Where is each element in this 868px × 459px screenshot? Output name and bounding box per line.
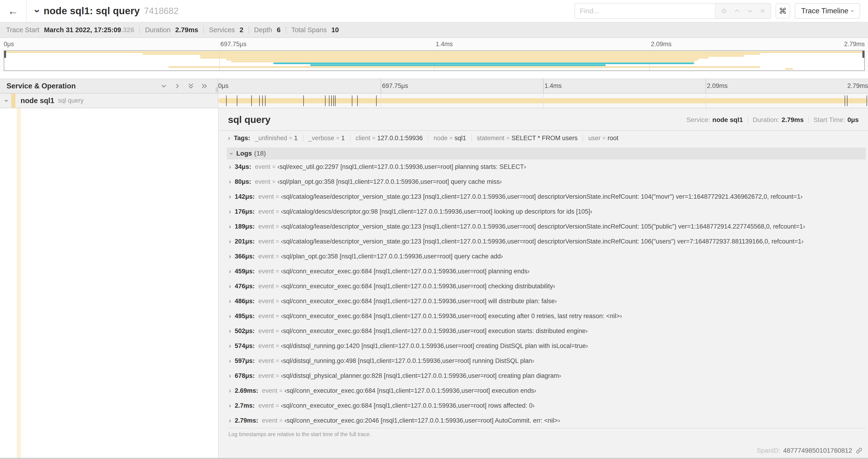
log-row[interactable]: ›189μs:event=‹sql/catalog/lease/descript… (227, 219, 866, 234)
log-timestamp: 459μs: (235, 268, 255, 275)
log-marker-tick (325, 95, 326, 106)
log-row[interactable]: ›502μs:event=‹sql/conn_executor_exec.go:… (227, 324, 866, 338)
span-operation-name: sql query (58, 97, 84, 104)
span-row-label[interactable]: › node sql1 sql query (0, 94, 218, 108)
span-detail-header: sql query Service:node sql1Duration:2.79… (219, 108, 868, 125)
summary-value-suffix: .326 (121, 26, 134, 34)
log-row[interactable]: ›678μs:event=‹sql/distsql_physical_plann… (227, 368, 866, 383)
divider (248, 26, 249, 34)
log-row[interactable]: ›597μs:event=‹sql/distsql_running.go:498… (227, 353, 866, 368)
collapse-one-chevron-down-icon[interactable] (160, 82, 168, 90)
equals-sign: = (276, 298, 279, 304)
span-collapse-chevron-down-icon[interactable]: › (3, 100, 11, 102)
log-row[interactable]: ›201μs:event=‹sql/catalog/lease/descript… (227, 234, 866, 249)
log-event-value: ‹sql/conn_executor_exec.go:2046 [nsql1,c… (284, 417, 560, 424)
equals-sign: = (276, 372, 279, 379)
service-operation-header: Service & Operation (0, 79, 218, 93)
span-detail-title: sql query (228, 114, 271, 125)
gridline (706, 79, 706, 93)
view-select-button[interactable]: Trace Timeline › (795, 3, 860, 19)
tag-value: sql1 (455, 135, 466, 142)
span-bar-track[interactable] (218, 94, 868, 108)
collapse-controls (160, 82, 218, 90)
log-event-key: event (255, 163, 271, 170)
deep-link-icon[interactable] (856, 447, 863, 454)
divider (139, 26, 140, 34)
equals-sign: = (450, 135, 453, 141)
span-indent-guide (17, 108, 21, 459)
minimap-tick-label: 697.75μs (220, 41, 247, 48)
log-row[interactable]: ›486μs:event=‹sql/conn_executor_exec.go:… (227, 294, 866, 308)
logs-header[interactable]: › Logs (18) (227, 147, 866, 159)
log-row[interactable]: ›142μs:event=‹sql/catalog/lease/descript… (227, 189, 866, 204)
find-input[interactable] (575, 3, 715, 19)
log-marker-tick (262, 95, 263, 106)
find-prev-icon[interactable] (734, 7, 741, 14)
find-controls: ✕ (715, 3, 770, 19)
panel-resize-grip[interactable] (216, 87, 218, 92)
title-collapse-chevron-down-icon[interactable]: › (32, 9, 43, 13)
log-marker-tick (845, 95, 845, 106)
chevron-right-icon: › (229, 253, 231, 260)
log-row[interactable]: ›476μs:event=‹sql/conn_executor_exec.go:… (227, 279, 866, 294)
log-event-key: event (262, 387, 277, 394)
log-event-key: event (258, 298, 274, 305)
locate-target-icon[interactable] (720, 7, 727, 14)
equals-sign: = (272, 178, 276, 185)
detail-info-label: Service: (686, 116, 710, 124)
log-row[interactable]: ›366μs:event=‹sql/plan_opt.go:358 [nsql1… (227, 249, 866, 264)
expand-one-chevron-right-icon[interactable] (174, 82, 181, 90)
chevron-right-icon: › (229, 357, 231, 365)
keyboard-shortcuts-button[interactable]: ⌘ (776, 3, 790, 19)
summary-item: Total Spans 10 (291, 26, 339, 34)
span-duration-bar[interactable] (218, 98, 868, 103)
chevron-right-icon: › (229, 268, 231, 275)
window-bottom-edge (0, 458, 868, 459)
log-row[interactable]: ›459μs:event=‹sql/conn_executor_exec.go:… (227, 264, 866, 279)
span-row[interactable]: › node sql1 sql query (0, 94, 868, 108)
view-range-right-handle[interactable] (862, 51, 864, 58)
log-event-value: ‹sql/distsql_running.go:498 [nsql1,clien… (281, 357, 534, 365)
log-row[interactable]: ›80μs:event=‹sql/plan_opt.go:358 [nsql1,… (227, 174, 866, 189)
timeline-ruler: 0μs697.75μs1.4ms2.09ms2.79ms (218, 79, 868, 93)
timeline-header: Service & Operation 0μs697.75μs1.4ms2.09… (0, 78, 868, 94)
collapse-all-double-chevron-down-icon[interactable] (187, 82, 195, 90)
find-box: ✕ (575, 3, 771, 19)
find-clear-icon[interactable]: ✕ (760, 7, 765, 15)
view-range-left-handle[interactable] (4, 51, 6, 58)
log-marker-tick (334, 95, 334, 106)
minimap-canvas[interactable] (4, 51, 865, 71)
minimap-span-bar (785, 68, 793, 70)
minimap-tick-label: 2.79ms (844, 41, 865, 48)
log-event-key: event (258, 402, 274, 409)
log-row[interactable]: ›2.7ms:event=‹sql/conn_executor_exec.go:… (227, 398, 866, 413)
log-row[interactable]: ›495μs:event=‹sql/conn_executor_exec.go:… (227, 308, 866, 324)
logs-count: (18) (254, 150, 266, 157)
log-row[interactable]: ›34μs:event=‹sql/exec_util.go:2297 [nsql… (227, 159, 866, 174)
tags-row[interactable]: › Tags: _unfinished=1_verbose=1client=12… (219, 131, 868, 145)
log-timestamp: 34μs: (235, 163, 251, 170)
find-next-icon[interactable] (747, 7, 754, 14)
log-event-value: ‹sql/conn_executor_exec.go:684 [nsql1,cl… (281, 298, 557, 305)
minimap-tick-label: 2.09ms (651, 41, 672, 48)
log-row[interactable]: ›2.79ms:event=‹sql/conn_executor_exec.go… (227, 413, 866, 428)
log-event-key: event (258, 223, 274, 230)
equals-sign: = (276, 208, 279, 215)
tag-key: _verbose (308, 135, 334, 142)
service-operation-panel (0, 108, 218, 459)
minimap-span-bar (4, 51, 864, 53)
detail-info-label: Duration: (753, 116, 779, 124)
back-button[interactable]: ← (0, 0, 27, 22)
log-row[interactable]: ›2.69ms:event=‹sql/conn_executor_exec.go… (227, 383, 866, 398)
tag-value: SELECT * FROM users (512, 135, 578, 142)
chevron-right-icon: › (229, 163, 231, 170)
log-row[interactable]: ›574μs:event=‹sql/distsql_running.go:142… (227, 338, 866, 353)
log-marker-tick (259, 95, 260, 106)
log-event-key: event (255, 178, 271, 186)
gridline (706, 94, 706, 108)
log-row[interactable]: ›176μs:event=‹sql/catalog/descs/descript… (227, 204, 866, 219)
log-event-value: ‹sql/conn_executor_exec.go:684 [nsql1,cl… (281, 327, 588, 335)
log-event-value: ‹sql/conn_executor_exec.go:684 [nsql1,cl… (281, 268, 530, 275)
expand-all-double-chevron-right-icon[interactable] (200, 82, 208, 90)
log-timestamp: 486μs: (235, 298, 255, 305)
